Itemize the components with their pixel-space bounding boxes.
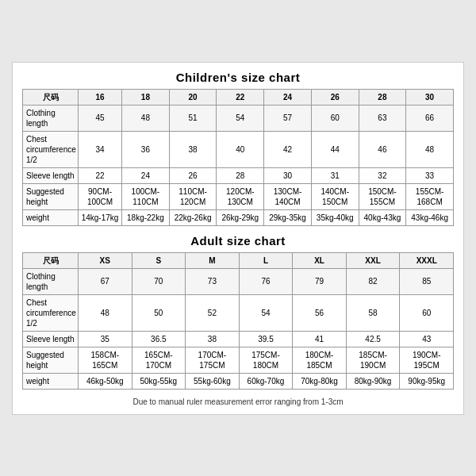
adult-row-label-0: Clothing length [23,268,79,294]
adult-cell-3-6: 190CM-195CM [400,347,454,373]
adult-cell-2-1: 36.5 [132,331,186,347]
children-row-label-1: Chest circumference 1/2 [23,131,79,167]
children-row-label-3: Suggested height [23,183,79,209]
adult-header-4: L [239,252,293,268]
children-cell-2-5: 31 [311,167,359,183]
adult-cell-0-5: 82 [346,268,400,294]
children-cell-0-5: 60 [311,105,359,131]
children-cell-1-0: 34 [79,131,122,167]
children-cell-0-6: 63 [359,105,406,131]
adult-row-label-3: Suggested height [23,347,79,373]
children-cell-1-1: 36 [122,131,170,167]
adult-header-1: XS [79,252,132,268]
children-cell-4-2: 22kg-26kg [169,209,217,225]
adult-chart-title: Adult size chart [22,234,454,248]
adult-header-3: M [186,252,240,268]
adult-cell-4-5: 80kg-90kg [346,373,400,389]
children-cell-0-7: 66 [406,105,454,131]
children-cell-3-0: 90CM-100CM [79,183,122,209]
adult-row-4: weight46kg-50kg50kg-55kg55kg-60kg60kg-70… [23,373,454,389]
children-header-8: 30 [406,89,454,105]
adult-cell-2-6: 43 [400,331,454,347]
adult-cell-3-5: 185CM-190CM [346,347,400,373]
children-cell-3-3: 120CM-130CM [217,183,264,209]
children-header-0: 尺码 [23,89,79,105]
adult-cell-1-6: 60 [400,294,454,331]
children-cell-1-4: 42 [264,131,312,167]
adult-cell-4-6: 90kg-95kg [400,373,454,389]
adult-cell-1-5: 58 [346,294,400,331]
adult-cell-1-3: 54 [239,294,293,331]
children-header-2: 18 [122,89,170,105]
children-cell-2-0: 22 [79,167,122,183]
adult-cell-2-4: 41 [293,331,347,347]
children-row-label-2: Sleeve length [23,167,79,183]
children-cell-0-2: 51 [169,105,217,131]
children-cell-4-5: 35kg-40kg [311,209,359,225]
children-cell-1-6: 46 [359,131,406,167]
adult-cell-2-2: 38 [186,331,240,347]
children-cell-1-7: 48 [406,131,454,167]
adult-cell-4-2: 55kg-60kg [186,373,240,389]
children-cell-3-1: 100CM-110CM [122,183,170,209]
note-text: Due to manual ruler measurement error ra… [22,397,454,406]
children-cell-4-6: 40kg-43kg [359,209,406,225]
children-row-3: Suggested height90CM-100CM100CM-110CM110… [23,183,454,209]
children-row-label-4: weight [23,209,79,225]
adult-cell-0-3: 76 [239,268,293,294]
adult-cell-0-2: 73 [186,268,240,294]
adult-cell-1-1: 50 [132,294,186,331]
adult-cell-4-1: 50kg-55kg [132,373,186,389]
children-header-4: 22 [217,89,264,105]
children-cell-2-2: 26 [169,167,217,183]
children-row-0: Clothing length4548515457606366 [23,105,454,131]
adult-cell-4-3: 60kg-70kg [239,373,293,389]
children-header-5: 24 [264,89,312,105]
adult-cell-3-1: 165CM-170CM [132,347,186,373]
adult-row-1: Chest circumference 1/248505254565860 [23,294,454,331]
chart-container: Children's size chart 尺码1618202224262830… [12,62,464,415]
adult-cell-3-0: 158CM-165CM [79,347,132,373]
adult-cell-2-5: 42.5 [346,331,400,347]
children-cell-4-7: 43kg-46kg [406,209,454,225]
adult-cell-2-3: 39.5 [239,331,293,347]
adult-row-2: Sleeve length3536.53839.54142.543 [23,331,454,347]
adult-cell-3-2: 170CM-175CM [186,347,240,373]
adult-cell-4-0: 46kg-50kg [79,373,132,389]
adult-cell-0-4: 79 [293,268,347,294]
adult-header-5: XL [293,252,347,268]
children-row-2: Sleeve length2224262830313233 [23,167,454,183]
adult-row-label-4: weight [23,373,79,389]
children-row-1: Chest circumference 1/23436384042444648 [23,131,454,167]
adult-header-6: XXL [346,252,400,268]
adult-table: 尺码XSSMLXLXXLXXXL Clothing length67707376… [22,252,454,390]
children-row-4: weight14kg-17kg18kg-22kg22kg-26kg26kg-29… [23,209,454,225]
children-cell-3-5: 140CM-150CM [311,183,359,209]
children-cell-3-4: 130CM-140CM [264,183,312,209]
adult-cell-2-0: 35 [79,331,132,347]
children-header-3: 20 [169,89,217,105]
children-cell-0-4: 57 [264,105,312,131]
adult-cell-1-4: 56 [293,294,347,331]
children-cell-4-4: 29kg-35kg [264,209,312,225]
children-cell-3-7: 155CM-168CM [406,183,454,209]
children-cell-0-0: 45 [79,105,122,131]
adult-cell-0-6: 85 [400,268,454,294]
children-cell-3-2: 110CM-120CM [169,183,217,209]
children-cell-4-0: 14kg-17kg [79,209,122,225]
children-chart-title: Children's size chart [22,71,454,84]
adult-cell-1-0: 48 [79,294,132,331]
adult-row-0: Clothing length67707376798285 [23,268,454,294]
adult-header-2: S [132,252,186,268]
children-header-7: 28 [359,89,406,105]
children-cell-1-5: 44 [311,131,359,167]
children-cell-0-3: 54 [217,105,264,131]
children-row-label-0: Clothing length [23,105,79,131]
adult-row-label-1: Chest circumference 1/2 [23,294,79,331]
children-cell-1-3: 40 [217,131,264,167]
children-header-6: 26 [311,89,359,105]
children-header-1: 16 [79,89,122,105]
children-table: 尺码1618202224262830 Clothing length454851… [22,89,454,226]
children-cell-0-1: 48 [122,105,170,131]
children-cell-2-4: 30 [264,167,312,183]
